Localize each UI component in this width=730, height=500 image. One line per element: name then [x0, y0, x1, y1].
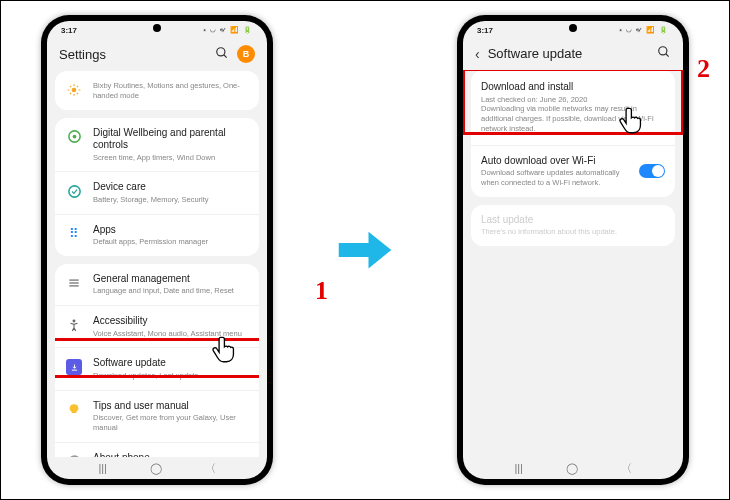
- row-title: Tips and user manual: [93, 400, 249, 413]
- svg-point-9: [73, 319, 76, 322]
- svg-point-4: [72, 135, 76, 139]
- back-button[interactable]: 〈: [621, 461, 632, 476]
- row-subtitle: Screen time, App timers, Wind Down: [93, 153, 249, 163]
- profile-avatar[interactable]: B: [237, 45, 255, 63]
- tips-icon: [65, 401, 83, 419]
- svg-point-10: [68, 455, 81, 457]
- tap-gesture-icon: [209, 332, 243, 366]
- svg-point-13: [659, 47, 667, 55]
- row-subtitle: Bixby Routines, Motions and gestures, On…: [93, 81, 249, 101]
- row-subtitle: Default apps, Permission manager: [93, 237, 249, 247]
- row-title: Download and install: [481, 81, 665, 94]
- arrow-icon: [337, 225, 393, 275]
- svg-rect-6: [69, 279, 78, 280]
- step-1-label: 1: [315, 276, 328, 306]
- status-bar: 3:17 ⋆ ◡ ୶ 📶 🔋: [463, 21, 683, 39]
- punch-hole-camera: [153, 24, 161, 32]
- home-button[interactable]: ◯: [150, 462, 162, 475]
- status-time: 3:17: [61, 26, 77, 35]
- update-list[interactable]: Download and install Last checked on: Ju…: [463, 70, 683, 457]
- svg-rect-8: [69, 285, 78, 286]
- general-icon: [65, 274, 83, 292]
- row-title: Auto download over Wi-Fi: [481, 155, 629, 168]
- screen-settings: 3:17 ⋆ ◡ ୶ 📶 🔋 Settings B Bixby Routines…: [47, 21, 267, 479]
- svg-point-2: [72, 88, 77, 93]
- svg-point-0: [217, 47, 225, 55]
- accessibility-icon: [65, 316, 83, 334]
- settings-list[interactable]: Bixby Routines, Motions and gestures, On…: [47, 71, 267, 457]
- wifi-toggle[interactable]: [639, 164, 665, 178]
- settings-row-tips[interactable]: Tips and user manualDiscover, Get more f…: [55, 391, 259, 443]
- advanced-icon: [65, 81, 83, 99]
- recents-button[interactable]: |||: [514, 462, 523, 474]
- settings-header: Settings B: [47, 39, 267, 71]
- android-navbar: ||| ◯ 〈: [47, 457, 267, 479]
- settings-row-general[interactable]: General managementLanguage and input, Da…: [55, 264, 259, 306]
- screen-software-update: 3:17 ⋆ ◡ ୶ 📶 🔋 ‹ Software update Downloa…: [463, 21, 683, 479]
- row-subtitle: Download updates, Last update: [93, 371, 249, 381]
- settings-row-advanced[interactable]: Bixby Routines, Motions and gestures, On…: [55, 71, 259, 110]
- row-title: Digital Wellbeing and parental controls: [93, 127, 249, 152]
- settings-row-apps[interactable]: ⠿ AppsDefault apps, Permission manager: [55, 215, 259, 256]
- row-title: Last update: [481, 214, 665, 227]
- settings-row-about[interactable]: About phoneStatus, Legal information, Ph…: [55, 443, 259, 458]
- row-last-update: Last update There's no information about…: [471, 205, 675, 246]
- settings-row-wellbeing[interactable]: Digital Wellbeing and parental controlsS…: [55, 118, 259, 173]
- svg-line-1: [224, 54, 227, 57]
- row-title: Apps: [93, 224, 249, 237]
- settings-row-devicecare[interactable]: Device careBattery, Storage, Memory, Sec…: [55, 172, 259, 214]
- apps-icon: ⠿: [65, 225, 83, 243]
- row-auto-download[interactable]: Auto download over Wi-Fi Download softwa…: [471, 146, 675, 197]
- back-icon[interactable]: ‹: [475, 46, 480, 62]
- row-title: Device care: [93, 181, 249, 194]
- page-title: Software update: [488, 46, 649, 61]
- row-title: About phone: [93, 452, 249, 458]
- page-title: Settings: [59, 47, 207, 62]
- wellbeing-icon: [65, 128, 83, 146]
- phone-left: 3:17 ⋆ ◡ ୶ 📶 🔋 Settings B Bixby Routines…: [41, 15, 273, 485]
- svg-line-14: [666, 54, 669, 57]
- about-icon: [65, 453, 83, 458]
- svg-point-5: [68, 186, 79, 197]
- status-bar: 3:17 ⋆ ◡ ୶ 📶 🔋: [47, 21, 267, 39]
- row-subtitle: Discover, Get more from your Galaxy, Use…: [93, 413, 249, 433]
- row-subtitle: Language and input, Date and time, Reset: [93, 286, 249, 296]
- software-update-icon: [65, 358, 83, 376]
- home-button[interactable]: ◯: [566, 462, 578, 475]
- recents-button[interactable]: |||: [98, 462, 107, 474]
- devicecare-icon: [65, 182, 83, 200]
- row-subtitle: Battery, Storage, Memory, Security: [93, 195, 249, 205]
- software-update-header: ‹ Software update: [463, 39, 683, 70]
- back-button[interactable]: 〈: [205, 461, 216, 476]
- step-2-label: 2: [697, 54, 710, 84]
- tap-gesture-icon: [616, 103, 650, 137]
- svg-rect-7: [69, 282, 78, 283]
- row-title: Accessibility: [93, 315, 249, 328]
- search-icon[interactable]: [215, 46, 229, 63]
- search-icon[interactable]: [657, 45, 671, 62]
- android-navbar: ||| ◯ 〈: [463, 457, 683, 479]
- status-time: 3:17: [477, 26, 493, 35]
- phone-right: 3:17 ⋆ ◡ ୶ 📶 🔋 ‹ Software update Downloa…: [457, 15, 689, 485]
- status-right-icons: ⋆ ◡ ୶ 📶 🔋: [203, 26, 253, 34]
- row-subtitle: There's no information about this update…: [481, 227, 665, 237]
- instruction-container: 3:17 ⋆ ◡ ୶ 📶 🔋 Settings B Bixby Routines…: [1, 1, 729, 499]
- status-right-icons: ⋆ ◡ ୶ 📶 🔋: [619, 26, 669, 34]
- punch-hole-camera: [569, 24, 577, 32]
- row-title: General management: [93, 273, 249, 286]
- row-subtitle: Download software updates automatically …: [481, 168, 629, 188]
